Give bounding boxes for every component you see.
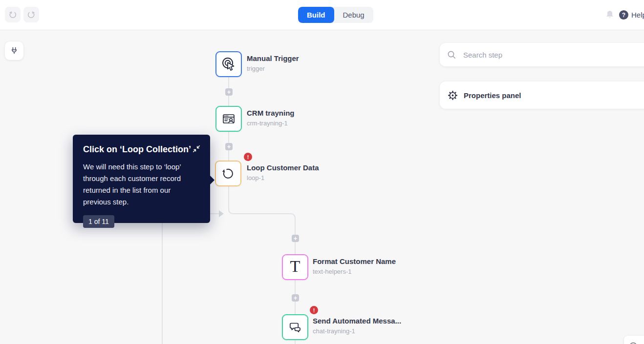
help-label: Help [631,11,644,19]
zoom-out-button[interactable] [629,342,638,344]
manual-trigger-icon [221,57,236,72]
node-label: CRM trayning crm-trayning-1 [247,109,295,127]
circle-minus-icon [629,342,638,344]
node-title: Format Customer Name [313,257,396,265]
redo-arrow-icon [27,10,36,19]
properties-panel-header[interactable]: Properties panel [440,81,644,109]
zoom-controls [624,336,644,344]
tab-build[interactable]: Build [298,7,334,23]
node-label: Manual Trigger trigger [247,54,299,72]
top-bar: Build Debug ? Help [0,0,644,30]
redo-button[interactable] [23,7,39,22]
node-title: CRM trayning [247,109,295,117]
error-badge: ! [310,306,318,314]
undo-arrow-icon [8,10,17,19]
undo-button[interactable] [5,7,21,22]
add-step-button[interactable] [225,143,233,150]
collapse-diagonal-icon[interactable] [193,144,201,153]
workflow-canvas[interactable]: Manual Trigger trigger CRM trayning crm-… [0,30,644,344]
add-step-button[interactable] [225,88,233,96]
node-loop-customer-data[interactable] [215,161,241,186]
search-step-input[interactable] [463,51,620,59]
node-subtitle: trigger [247,65,299,72]
tour-tooltip: Click on ‘Loop Collection’ We will need … [73,135,210,223]
gear-icon [448,90,458,101]
node-subtitle: text-helpers-1 [313,268,396,275]
mode-tabs: Build Debug [298,7,373,23]
node-title: Send Automated Messa... [313,317,401,325]
node-subtitle: crm-trayning-1 [247,120,295,127]
node-label: Loop Customer Data loop-1 [247,163,319,182]
node-send-automated-message[interactable] [282,314,308,340]
tab-debug[interactable]: Debug [334,7,373,23]
node-subtitle: loop-1 [247,174,319,182]
node-label: Send Automated Messa... chat-trayning-1 [313,317,401,335]
text-T-icon: T [290,258,301,275]
search-icon [447,50,456,60]
chat-bubbles-icon [287,319,303,336]
node-label: Format Customer Name text-helpers-1 [313,257,396,275]
loop-back-arrowhead [219,210,224,217]
connections-button[interactable] [5,41,23,60]
step-counter-badge: 1 of 11 [83,215,114,228]
bell-icon[interactable] [605,10,615,20]
crm-window-user-icon [221,111,236,127]
tooltip-title: Click on ‘Loop Collection’ [83,144,200,155]
node-title: Loop Customer Data [247,163,319,172]
search-step-box [440,43,644,66]
node-title: Manual Trigger [247,54,299,62]
add-step-button[interactable] [292,294,299,302]
plug-icon [9,46,19,56]
node-manual-trigger[interactable] [215,51,242,77]
properties-panel-title: Properties panel [464,91,521,100]
question-mark-icon: ? [619,10,628,20]
loop-arrow-icon [220,166,236,182]
error-badge: ! [244,153,252,161]
add-step-button[interactable] [292,235,299,242]
tooltip-body: We will need this step to ‘loop’ through… [83,161,200,208]
node-crm-trayning[interactable] [215,106,242,132]
node-subtitle: chat-trayning-1 [313,327,401,335]
help-button[interactable]: ? Help [619,10,644,20]
node-format-customer-name[interactable]: T [282,254,308,280]
